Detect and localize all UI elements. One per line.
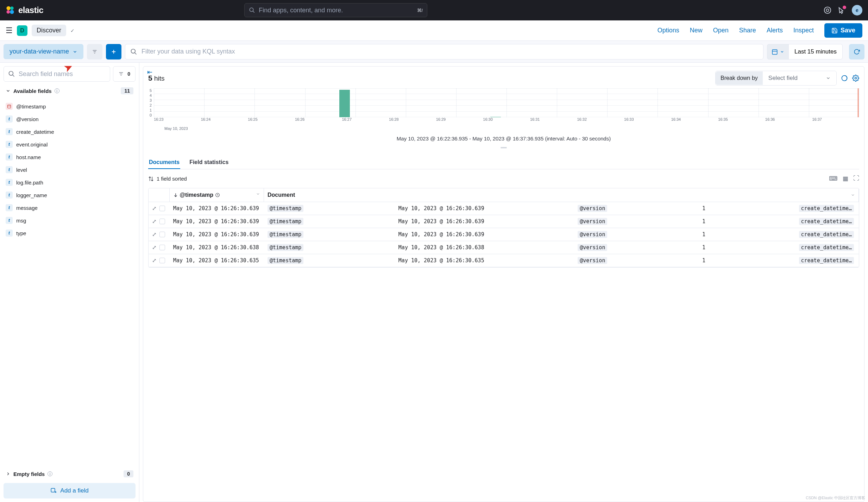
- field-item[interactable]: tmsg: [4, 214, 136, 227]
- cell-timestamp: May 10, 2023 @ 16:26:30.639: [170, 215, 264, 227]
- nav-toggle-icon[interactable]: ☰: [6, 26, 13, 35]
- svg-point-17: [9, 71, 13, 76]
- cell-document: @timestampMay 10, 2023 @ 16:26:30.639 @v…: [264, 228, 859, 241]
- add-field-button[interactable]: Add a field: [4, 483, 136, 498]
- help-icon[interactable]: [824, 6, 831, 14]
- filter-button[interactable]: [87, 44, 102, 59]
- text-type-icon: t: [6, 204, 13, 211]
- fullscreen-icon[interactable]: ⛶: [853, 175, 859, 182]
- grid-icon[interactable]: ▦: [843, 175, 848, 182]
- field-item[interactable]: thost.name: [4, 151, 136, 163]
- field-item[interactable]: tcreate_datetime: [4, 125, 136, 138]
- chevron-down-icon[interactable]: ✓: [70, 28, 75, 33]
- expand-icon[interactable]: ⤢: [152, 218, 157, 225]
- chart-bar: [339, 90, 350, 117]
- tab-documents[interactable]: Documents: [148, 156, 180, 169]
- empty-fields-header[interactable]: Empty fields i 0: [4, 468, 136, 480]
- calendar-icon: [772, 49, 778, 55]
- link-share[interactable]: Share: [739, 27, 756, 34]
- link-options[interactable]: Options: [658, 27, 679, 34]
- info-icon[interactable]: i: [55, 88, 59, 93]
- histogram-chart[interactable]: 543210 16:2316:2416:2516:2616:2716:2816:…: [148, 88, 859, 124]
- field-filter-button[interactable]: 0: [113, 66, 136, 82]
- field-item[interactable]: @timestamp: [4, 100, 136, 113]
- svg-point-2: [6, 10, 10, 14]
- svg-point-6: [824, 7, 831, 13]
- svg-point-13: [131, 49, 136, 53]
- field-item[interactable]: tevent.original: [4, 138, 136, 151]
- time-range-button[interactable]: Last 15 minutes: [789, 44, 843, 59]
- row-checkbox[interactable]: [159, 219, 165, 224]
- sort-row: 1 field sorted ⌨ ▦ ⛶: [148, 172, 859, 185]
- row-checkbox[interactable]: [159, 232, 165, 237]
- field-name: log.file.path: [16, 180, 43, 186]
- resize-handle-icon[interactable]: ══: [148, 144, 859, 152]
- chart-yaxis: 543210: [148, 88, 154, 124]
- chart-settings-icon[interactable]: [852, 75, 859, 82]
- edit-visualization-icon[interactable]: [841, 75, 848, 82]
- time-picker-icon-button[interactable]: [767, 44, 789, 59]
- field-item[interactable]: tlevel: [4, 163, 136, 176]
- breakdown-selector[interactable]: Break down by Select field: [715, 71, 837, 86]
- th-controls: [149, 188, 170, 202]
- news-icon[interactable]: [838, 6, 845, 14]
- available-fields-header[interactable]: Available fields i 11: [4, 84, 136, 97]
- table-row[interactable]: ⤢ May 10, 2023 @ 16:26:30.639 @timestamp…: [149, 215, 859, 228]
- row-checkbox[interactable]: [159, 206, 165, 211]
- table-row[interactable]: ⤢ May 10, 2023 @ 16:26:30.635 @timestamp…: [149, 254, 859, 267]
- cell-timestamp: May 10, 2023 @ 16:26:30.635: [170, 255, 264, 266]
- table-row[interactable]: ⤢ May 10, 2023 @ 16:26:30.638 @timestamp…: [149, 241, 859, 254]
- field-name: host.name: [16, 154, 41, 160]
- documents-table: @timestamp Document ⤢ May 10, 2023 @ 16:…: [148, 188, 859, 268]
- field-name: @timestamp: [16, 103, 46, 109]
- field-item[interactable]: t@version: [4, 113, 136, 125]
- field-item[interactable]: tlog.file.path: [4, 176, 136, 189]
- th-document[interactable]: Document: [264, 188, 859, 202]
- data-view-selector[interactable]: your-data-view-name ➤: [4, 44, 83, 59]
- kql-input[interactable]: Filter your data using KQL syntax: [125, 44, 763, 59]
- chart-xaxis: 16:2316:2416:2516:2616:2716:2816:2916:30…: [154, 117, 859, 124]
- app-badge[interactable]: D: [17, 25, 27, 36]
- row-checkbox[interactable]: [159, 258, 165, 263]
- expand-icon[interactable]: ⤢: [152, 231, 157, 238]
- chart-vlines: [154, 88, 859, 117]
- field-item[interactable]: tmessage: [4, 201, 136, 214]
- th-timestamp[interactable]: @timestamp: [170, 188, 264, 202]
- link-alerts[interactable]: Alerts: [767, 27, 783, 34]
- refresh-button[interactable]: [849, 44, 864, 59]
- expand-icon[interactable]: ⤢: [152, 205, 157, 212]
- field-item[interactable]: tlogger_name: [4, 189, 136, 201]
- user-avatar[interactable]: e: [852, 5, 862, 15]
- save-button[interactable]: Save: [824, 23, 862, 38]
- sidebar-collapse-icon[interactable]: ⇤: [147, 68, 152, 76]
- global-search[interactable]: Find apps, content, and more. ⌘/: [244, 3, 427, 17]
- expand-icon[interactable]: ⤢: [152, 244, 157, 251]
- link-new[interactable]: New: [690, 27, 703, 34]
- chevron-down-icon[interactable]: [256, 192, 260, 196]
- field-name: message: [16, 205, 38, 211]
- field-search-input[interactable]: Search field names: [4, 66, 110, 82]
- svg-point-7: [826, 9, 829, 11]
- field-item[interactable]: ttype: [4, 227, 136, 239]
- expand-icon[interactable]: ⤢: [152, 257, 157, 264]
- app-name[interactable]: Discover: [32, 25, 66, 36]
- link-open[interactable]: Open: [713, 27, 729, 34]
- elastic-logo[interactable]: elastic: [6, 5, 43, 15]
- tab-field-statistics[interactable]: Field statistics: [189, 156, 229, 169]
- link-inspect[interactable]: Inspect: [793, 27, 814, 34]
- table-row[interactable]: ⤢ May 10, 2023 @ 16:26:30.639 @timestamp…: [149, 202, 859, 215]
- global-header: elastic Find apps, content, and more. ⌘/…: [0, 0, 868, 20]
- keyboard-icon[interactable]: ⌨: [829, 175, 838, 182]
- notification-dot: [843, 6, 846, 9]
- row-checkbox[interactable]: [159, 245, 165, 250]
- table-header: @timestamp Document: [149, 188, 859, 202]
- sort-icon[interactable]: [148, 176, 154, 182]
- arrow-down-icon: [173, 193, 178, 197]
- global-search-kbd: ⌘/: [417, 8, 423, 13]
- plus-icon: [111, 49, 117, 55]
- query-bar: your-data-view-name ➤ Filter your data u…: [0, 41, 868, 63]
- add-filter-button[interactable]: [106, 44, 121, 59]
- info-icon[interactable]: i: [48, 471, 52, 476]
- result-tabs: Documents Field statistics: [148, 155, 859, 169]
- table-row[interactable]: ⤢ May 10, 2023 @ 16:26:30.639 @timestamp…: [149, 228, 859, 241]
